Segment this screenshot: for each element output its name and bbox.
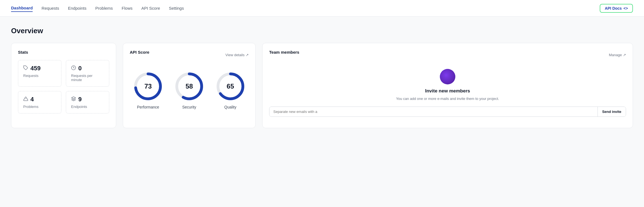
score-performance: 73 Performance — [133, 71, 163, 109]
nav-settings[interactable]: Settings — [169, 5, 184, 12]
layers-icon — [71, 96, 76, 102]
quality-donut: 65 — [215, 71, 246, 102]
invite-description: You can add one or more e-mails and invi… — [396, 96, 499, 102]
problems-label: Problems — [23, 105, 56, 109]
stat-problems: 4 Problems — [18, 91, 61, 113]
team-header: Team members Manage ↗ — [269, 50, 626, 60]
nav-flows[interactable]: Flows — [122, 5, 133, 12]
team-title: Team members — [269, 50, 299, 55]
manage-link[interactable]: Manage ↗ — [609, 53, 626, 57]
security-value: 58 — [186, 82, 193, 90]
nav-endpoints[interactable]: Endpoints — [68, 5, 87, 12]
score-quality: 65 Quality — [215, 71, 246, 109]
stats-card: Stats 459 Requests — [11, 43, 116, 128]
api-docs-label: API Docs — [605, 6, 622, 11]
main-content: Overview Stats 459 Requests — [0, 17, 644, 138]
invite-title: Invite new members — [425, 88, 470, 94]
cards-row: Stats 459 Requests — [11, 43, 633, 128]
security-label: Security — [182, 105, 196, 109]
arrow-icon: ↗ — [623, 53, 626, 57]
svg-marker-4 — [72, 97, 76, 99]
security-donut: 58 — [174, 71, 204, 102]
nav-links: Dashboard Requests Endpoints Problems Fl… — [11, 4, 184, 12]
stats-grid: 459 Requests 0 Requests pe — [18, 60, 109, 113]
api-score-card: API Score View details ↗ 73 P — [123, 43, 256, 128]
api-score-title: API Score — [130, 50, 149, 55]
performance-donut: 73 — [133, 71, 163, 102]
nav-api-score[interactable]: API Score — [141, 5, 160, 12]
endpoints-label: Endpoints — [71, 105, 104, 109]
quality-label: Quality — [224, 105, 237, 109]
nav-problems[interactable]: Problems — [95, 5, 113, 12]
quality-value: 65 — [227, 82, 234, 90]
nav-requests[interactable]: Requests — [41, 5, 59, 12]
problems-value: 4 — [30, 96, 34, 103]
scores-row: 73 Performance 58 Security — [130, 67, 249, 116]
api-score-header: API Score View details ↗ — [130, 50, 249, 60]
warning-icon — [23, 96, 28, 102]
stat-endpoints: 9 Endpoints — [66, 91, 109, 113]
view-details-link[interactable]: View details ↗ — [225, 53, 249, 57]
rpm-value: 0 — [78, 65, 82, 72]
send-invite-button[interactable]: Send invite — [598, 107, 626, 117]
stats-title: Stats — [18, 50, 109, 55]
team-card: Team members Manage ↗ Invite new members… — [262, 43, 633, 128]
invite-input-row: Send invite — [269, 107, 626, 117]
code-icon: <> — [624, 6, 628, 11]
page-title: Overview — [11, 27, 633, 35]
score-security: 58 Security — [174, 71, 204, 109]
arrow-icon: ↗ — [246, 53, 249, 57]
stat-requests: 459 Requests — [18, 60, 61, 87]
rpm-label: Requests per minute — [71, 74, 104, 82]
endpoints-value: 9 — [78, 96, 82, 103]
requests-value: 459 — [30, 65, 41, 72]
navigation: Dashboard Requests Endpoints Problems Fl… — [0, 0, 644, 17]
clock-icon — [71, 65, 76, 71]
performance-value: 73 — [144, 82, 152, 90]
requests-label: Requests — [23, 74, 56, 78]
avatar — [440, 69, 455, 84]
tag-icon — [23, 65, 28, 71]
email-input[interactable] — [269, 107, 598, 117]
nav-dashboard[interactable]: Dashboard — [11, 4, 33, 12]
performance-label: Performance — [137, 105, 159, 109]
api-docs-button[interactable]: API Docs <> — [600, 4, 633, 13]
invite-section: Invite new members You can add one or mo… — [269, 67, 626, 121]
stat-rpm: 0 Requests per minute — [66, 60, 109, 87]
